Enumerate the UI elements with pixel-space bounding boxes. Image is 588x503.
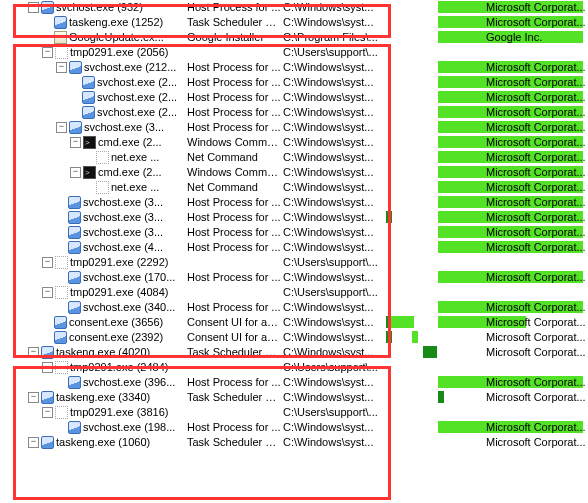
collapse-icon[interactable]: − [28, 437, 39, 448]
path-cell: C:\Windows\syst... [281, 240, 386, 255]
process-row[interactable]: svchost.exe (198...Host Process for ...C… [0, 420, 588, 435]
process-row[interactable]: net.exe ...Net CommandC:\Windows\syst...… [0, 150, 588, 165]
process-name-cell[interactable]: svchost.exe (3... [0, 195, 185, 210]
process-name: tmp0291.exe (3816) [70, 405, 168, 420]
process-row[interactable]: taskeng.exe (1252)Task Scheduler E...C:\… [0, 15, 588, 30]
process-name: tmp0291.exe (2292) [70, 255, 168, 270]
process-row[interactable]: −tmp0291.exe (2292)C:\Users\support\... [0, 255, 588, 270]
process-name-cell[interactable]: −taskeng.exe (4020) [0, 345, 185, 360]
process-name-cell[interactable]: −cmd.exe (2... [0, 135, 185, 150]
process-icon [83, 136, 96, 149]
description-cell: Windows Comma... [185, 135, 281, 150]
collapse-icon[interactable]: − [56, 122, 67, 133]
process-name-cell[interactable]: svchost.exe (170... [0, 270, 185, 285]
description-cell [185, 360, 281, 375]
collapse-icon[interactable]: − [42, 47, 53, 58]
collapse-icon[interactable]: − [42, 257, 53, 268]
process-row[interactable]: −tmp0291.exe (4084)C:\Users\support\... [0, 285, 588, 300]
process-name-cell[interactable]: −svchost.exe (932) [0, 0, 185, 15]
metric-bars-cell: Microsoft Corporat... [386, 390, 586, 405]
process-row[interactable]: −taskeng.exe (1060)Task Scheduler E...C:… [0, 435, 588, 450]
process-row[interactable]: svchost.exe (170...Host Process for ...C… [0, 270, 588, 285]
process-name-cell[interactable]: consent.exe (2392) [0, 330, 185, 345]
process-name-cell[interactable]: −svchost.exe (212... [0, 60, 185, 75]
process-row[interactable]: −tmp0291.exe (3816)C:\Users\support\... [0, 405, 588, 420]
collapse-icon[interactable]: − [28, 2, 39, 13]
collapse-icon[interactable]: − [70, 167, 81, 178]
process-name-cell[interactable]: svchost.exe (396... [0, 375, 185, 390]
process-row[interactable]: net.exe ...Net CommandC:\Windows\syst...… [0, 180, 588, 195]
collapse-icon[interactable]: − [70, 137, 81, 148]
process-icon [96, 151, 109, 164]
process-name-cell[interactable]: net.exe ... [0, 180, 185, 195]
process-row[interactable]: svchost.exe (2...Host Process for ...C:\… [0, 75, 588, 90]
process-row[interactable]: svchost.exe (3...Host Process for ...C:\… [0, 210, 588, 225]
process-name: svchost.exe (340... [83, 300, 175, 315]
process-name-cell[interactable]: −svchost.exe (3... [0, 120, 185, 135]
process-name-cell[interactable]: svchost.exe (2... [0, 105, 185, 120]
process-name-cell[interactable]: taskeng.exe (1252) [0, 15, 185, 30]
description-cell [185, 405, 281, 420]
process-name-cell[interactable]: −taskeng.exe (1060) [0, 435, 185, 450]
process-name-cell[interactable]: consent.exe (3656) [0, 315, 185, 330]
process-name-cell[interactable]: svchost.exe (340... [0, 300, 185, 315]
process-name-cell[interactable]: svchost.exe (2... [0, 90, 185, 105]
process-name-cell[interactable]: GoogleUpdate.ex... [0, 30, 185, 45]
process-row[interactable]: svchost.exe (2...Host Process for ...C:\… [0, 90, 588, 105]
process-row[interactable]: svchost.exe (3...Host Process for ...C:\… [0, 195, 588, 210]
collapse-icon[interactable]: − [42, 407, 53, 418]
company-cell: Microsoft Corporat... [486, 300, 586, 315]
metric-bars-cell: Microsoft Corporat... [386, 225, 586, 240]
collapse-icon[interactable]: − [56, 62, 67, 73]
process-row[interactable]: svchost.exe (3...Host Process for ...C:\… [0, 225, 588, 240]
process-name-cell[interactable]: svchost.exe (2... [0, 75, 185, 90]
collapse-icon[interactable]: − [28, 347, 39, 358]
process-row[interactable]: −svchost.exe (212...Host Process for ...… [0, 60, 588, 75]
process-name: GoogleUpdate.ex... [69, 30, 164, 45]
process-name: net.exe ... [111, 180, 159, 195]
process-name: tmp0291.exe (2056) [70, 45, 168, 60]
process-name-cell[interactable]: −tmp0291.exe (3816) [0, 405, 185, 420]
process-row[interactable]: −svchost.exe (932)Host Process for ...C:… [0, 0, 588, 15]
process-row[interactable]: svchost.exe (340...Host Process for ...C… [0, 300, 588, 315]
path-cell: C:\Users\support\... [281, 405, 386, 420]
process-row[interactable]: −taskeng.exe (3340)Task Scheduler E...C:… [0, 390, 588, 405]
process-row[interactable]: −tmp0291.exe (2056)C:\Users\support\... [0, 45, 588, 60]
process-row[interactable]: −cmd.exe (2...Windows Comma...C:\Windows… [0, 135, 588, 150]
process-row[interactable]: −svchost.exe (3...Host Process for ...C:… [0, 120, 588, 135]
process-row[interactable]: consent.exe (2392)Consent UI for ad...C:… [0, 330, 588, 345]
process-name-cell[interactable]: svchost.exe (3... [0, 225, 185, 240]
company-cell: Microsoft Corporat... [486, 375, 586, 390]
process-row[interactable]: svchost.exe (2...Host Process for ...C:\… [0, 105, 588, 120]
process-name-cell[interactable]: −tmp0291.exe (2484) [0, 360, 185, 375]
process-row[interactable]: svchost.exe (4...Host Process for ...C:\… [0, 240, 588, 255]
process-name-cell[interactable]: −tmp0291.exe (4084) [0, 285, 185, 300]
collapse-icon[interactable]: − [42, 287, 53, 298]
process-name: svchost.exe (3... [84, 120, 164, 135]
process-row[interactable]: −tmp0291.exe (2484)C:\Users\support\... [0, 360, 588, 375]
process-name-cell[interactable]: net.exe ... [0, 150, 185, 165]
path-cell: C:\Windows\syst... [281, 15, 386, 30]
process-row[interactable]: GoogleUpdate.ex...Google InstallerC:\Pro… [0, 30, 588, 45]
process-name-cell[interactable]: −taskeng.exe (3340) [0, 390, 185, 405]
company-cell: Microsoft Corporat... [486, 60, 586, 75]
process-name-cell[interactable]: −cmd.exe (2... [0, 165, 185, 180]
description-cell: Task Scheduler E... [185, 345, 281, 360]
process-row[interactable]: consent.exe (3656)Consent UI for ad...C:… [0, 315, 588, 330]
metric-bar [386, 211, 392, 223]
process-name-cell[interactable]: svchost.exe (4... [0, 240, 185, 255]
process-name-cell[interactable]: −tmp0291.exe (2056) [0, 45, 185, 60]
process-name-cell[interactable]: −tmp0291.exe (2292) [0, 255, 185, 270]
process-row[interactable]: svchost.exe (396...Host Process for ...C… [0, 375, 588, 390]
company-cell: Microsoft Corporat... [486, 345, 586, 360]
process-icon [54, 316, 67, 329]
process-name: svchost.exe (3... [83, 225, 163, 240]
process-row[interactable]: −taskeng.exe (4020)Task Scheduler E...C:… [0, 345, 588, 360]
collapse-icon[interactable]: − [28, 392, 39, 403]
process-name-cell[interactable]: svchost.exe (198... [0, 420, 185, 435]
metric-bars-cell: Microsoft Corporat... [386, 120, 586, 135]
collapse-icon[interactable]: − [42, 362, 53, 373]
process-row[interactable]: −cmd.exe (2...Windows Comma...C:\Windows… [0, 165, 588, 180]
process-name-cell[interactable]: svchost.exe (3... [0, 210, 185, 225]
company-cell: Microsoft Corporat... [486, 15, 586, 30]
